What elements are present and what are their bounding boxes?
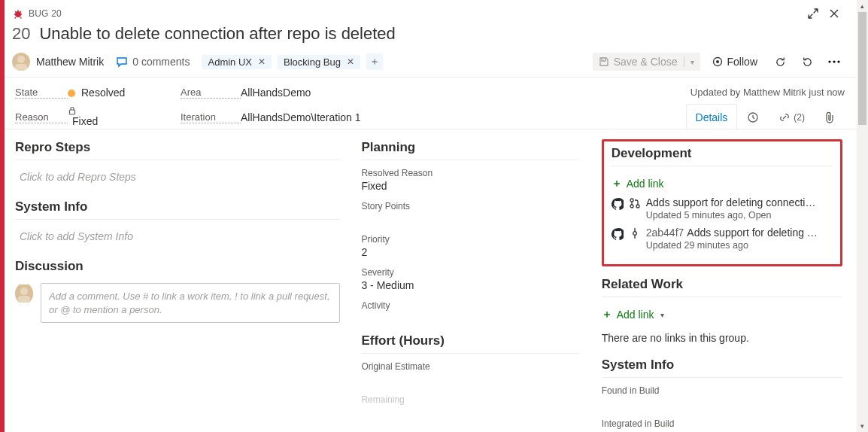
svg-point-15 — [630, 205, 633, 208]
severity-value[interactable]: 3 - Medium — [361, 279, 578, 291]
svg-rect-13 — [18, 296, 30, 303]
discussion-input[interactable]: Add a comment. Use # to link a work item… — [41, 283, 340, 323]
iteration-value[interactable]: AllHandsDemo\Iteration 1 — [241, 111, 686, 123]
assignee-avatar[interactable] — [12, 53, 30, 71]
tag-remove-icon[interactable]: ✕ — [345, 56, 356, 67]
activity-label: Activity — [361, 300, 578, 311]
vertical-scrollbar[interactable]: ▴ ▾ — [857, 0, 868, 432]
area-label: Area — [181, 87, 241, 99]
svg-rect-3 — [15, 64, 27, 71]
bug-icon — [12, 8, 24, 20]
comments-button[interactable]: 0 comments — [110, 53, 196, 71]
development-title: Development — [612, 146, 833, 164]
svg-point-14 — [630, 199, 633, 202]
svg-point-7 — [833, 60, 835, 62]
dev-item-meta: Updated 29 minutes ago — [646, 240, 833, 251]
work-item-title[interactable]: Unable to delete connection after repo i… — [39, 24, 395, 44]
severity-label: Severity — [361, 267, 578, 278]
tag-blocking-bug[interactable]: Blocking Bug ✕ — [278, 55, 360, 69]
reason-value[interactable]: Fixed — [68, 106, 181, 128]
history-icon — [747, 111, 759, 123]
svg-point-12 — [20, 287, 28, 295]
expand-button[interactable] — [803, 3, 824, 24]
work-item-type-label: BUG 20 — [29, 8, 62, 19]
attachment-icon — [824, 111, 835, 123]
state-value[interactable]: Resolved — [68, 87, 181, 99]
more-actions-button[interactable] — [824, 51, 845, 72]
scroll-up-button[interactable]: ▴ — [857, 0, 868, 12]
original-estimate-label: Original Estimate — [361, 361, 578, 372]
chevron-down-icon: ▾ — [660, 311, 664, 319]
repro-steps-title: Repro Steps — [15, 140, 340, 158]
dev-add-link-button[interactable]: ＋ Add link — [612, 177, 664, 190]
lock-icon — [68, 106, 181, 115]
comments-count: 0 comments — [132, 56, 190, 68]
save-and-close-button[interactable]: Save & Close ▾ — [593, 53, 700, 71]
dev-item-commit[interactable]: 2ab44f7Adds support for deleting … Updat… — [612, 227, 833, 251]
state-label: State — [15, 87, 68, 99]
iteration-label: Iteration — [181, 111, 241, 123]
revert-button[interactable] — [797, 51, 818, 72]
add-tag-button[interactable]: ＋ — [366, 53, 383, 70]
priority-label: Priority — [361, 234, 578, 245]
found-in-build-label: Found in Build — [602, 385, 842, 396]
discussion-title: Discussion — [15, 259, 340, 277]
planning-title: Planning — [361, 140, 578, 158]
resolved-reason-value[interactable]: Fixed — [361, 180, 578, 192]
github-icon — [612, 228, 624, 240]
comment-icon — [116, 56, 128, 68]
repro-steps-input[interactable]: Click to add Repro Steps — [15, 168, 340, 199]
chevron-down-icon: ▾ — [690, 58, 694, 66]
dev-item-pr[interactable]: Adds support for deleting connecti… Upda… — [612, 196, 833, 221]
commit-icon — [630, 228, 640, 239]
priority-value[interactable]: 2 — [361, 246, 578, 258]
integrated-in-build-label: Integrated in Build — [602, 418, 842, 429]
activity-value[interactable] — [361, 312, 578, 324]
tag-remove-icon[interactable]: ✕ — [256, 56, 267, 67]
area-value[interactable]: AllHandsDemo — [241, 87, 686, 99]
follow-button[interactable]: Follow — [706, 53, 763, 71]
svg-point-16 — [636, 205, 639, 208]
related-add-link-button[interactable]: ＋ Add link ▾ — [602, 308, 664, 321]
scroll-track[interactable] — [857, 12, 868, 420]
follow-icon — [712, 56, 723, 67]
assignee-name[interactable]: Matthew Mitrik — [36, 56, 104, 68]
tab-history[interactable] — [737, 104, 769, 129]
tab-links[interactable]: (2) — [769, 104, 815, 129]
svg-rect-9 — [70, 110, 75, 114]
svg-point-8 — [837, 60, 839, 62]
found-in-build-value[interactable] — [602, 397, 842, 409]
related-empty-text: There are no links in this group. — [602, 332, 842, 344]
tab-attachments[interactable] — [815, 104, 845, 129]
github-icon — [612, 198, 624, 210]
work-item-id: 20 — [12, 24, 30, 44]
development-section-highlight: Development ＋ Add link — [602, 139, 842, 266]
tab-details[interactable]: Details — [686, 104, 738, 129]
system-info-input[interactable]: Click to add System Info — [15, 227, 340, 259]
save-label: Save & Close — [614, 56, 678, 68]
scroll-down-button[interactable]: ▾ — [857, 420, 868, 432]
links-count: (2) — [794, 112, 805, 123]
remaining-label: Remaining — [361, 394, 578, 405]
original-estimate-value[interactable] — [361, 373, 578, 385]
save-icon — [599, 56, 609, 67]
pull-request-icon — [630, 198, 640, 208]
plus-icon: ＋ — [602, 308, 612, 321]
detail-tabs: Details (2) — [686, 104, 845, 129]
updated-text: Updated by Matthew Mitrik just now — [690, 87, 845, 98]
svg-point-6 — [828, 60, 830, 62]
related-work-title: Related Work — [602, 277, 842, 295]
tag-admin-ux[interactable]: Admin UX ✕ — [202, 55, 272, 69]
close-button[interactable] — [824, 3, 845, 24]
svg-point-17 — [633, 232, 636, 236]
current-user-avatar — [15, 283, 33, 304]
state-dot-icon — [68, 90, 75, 97]
refresh-button[interactable] — [769, 51, 791, 72]
tag-label: Admin UX — [208, 56, 252, 68]
scroll-thumb[interactable] — [858, 12, 866, 125]
dev-item-title: 2ab44f7Adds support for deleting … — [646, 227, 833, 239]
system-info-title: System Info — [15, 199, 340, 218]
svg-point-5 — [716, 60, 719, 63]
story-points-value[interactable] — [361, 213, 578, 225]
svg-point-2 — [17, 56, 25, 63]
